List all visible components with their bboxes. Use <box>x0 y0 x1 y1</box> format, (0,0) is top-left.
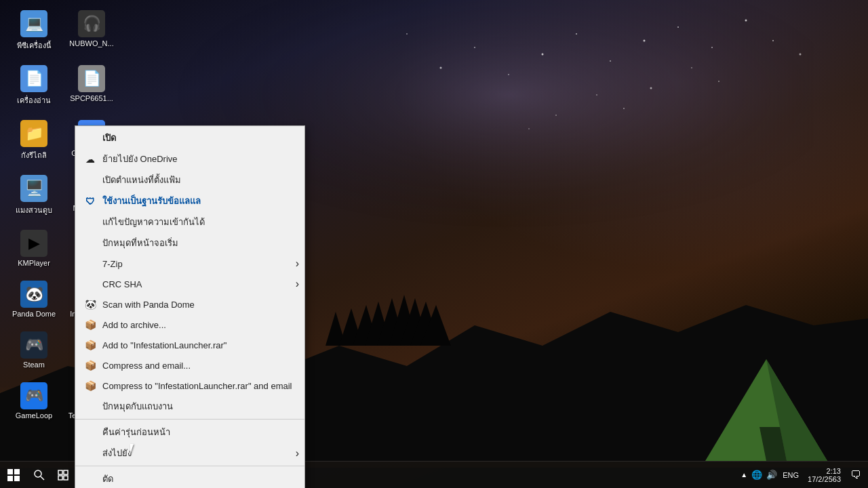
ctx-icon-placeholder-troubleshoot <box>83 216 97 229</box>
tray-chevron[interactable]: ▲ <box>741 471 747 479</box>
svg-rect-37 <box>64 470 68 474</box>
ctx-item-restore-prev[interactable]: คืนค่ารุ่นก่อนหน้า <box>75 422 304 443</box>
desktop-icon-panda-dome[interactable]: 🐼Panda Dome <box>7 277 61 321</box>
taskbar-time: 2:13 <box>808 467 841 475</box>
svg-point-11 <box>406 33 408 35</box>
ctx-label-compress-email: Compress and email... <box>102 361 191 371</box>
ctx-item-7zip[interactable]: 7-Zip <box>75 253 304 274</box>
desktop-icon-spcp[interactable]: 📄SPCP6651... <box>64 62 119 110</box>
icon-label-steam: Steam <box>23 361 45 369</box>
svg-point-12 <box>596 94 597 96</box>
desktop-icon-monitor[interactable]: 🖥️แมงสวนดูบ <box>7 171 61 220</box>
svg-point-1 <box>542 54 544 56</box>
svg-point-13 <box>623 108 625 109</box>
icon-image-documents: 📁 <box>20 120 47 147</box>
ctx-item-troubleshoot[interactable]: แก้ไขปัญหาความเข้ากันได้ <box>75 211 304 232</box>
svg-point-9 <box>474 47 475 48</box>
desktop-icon-shortcut[interactable]: 📄เครื่องอ่าน <box>7 62 61 110</box>
svg-point-19 <box>772 40 774 41</box>
task-view-button[interactable] <box>51 462 75 489</box>
context-menu[interactable]: เปิด☁ย้ายไปยัง OneDriveเปิดตำแหน่งที่ตั้… <box>75 125 305 488</box>
svg-rect-39 <box>64 476 68 480</box>
ctx-icon-compress-rar-email: 📦 <box>83 379 97 392</box>
windows-icon <box>7 469 20 481</box>
desktop-icon-nubwo[interactable]: 🎧NUBWO_N... <box>64 7 119 55</box>
ctx-separator-after-send-to <box>75 466 304 466</box>
ctx-label-open: เปิด <box>102 131 116 145</box>
svg-point-6 <box>711 47 713 48</box>
ctx-separator-after-pin-taskbar2 <box>75 419 304 420</box>
ctx-item-compress-rar-email[interactable]: 📦Compress to "InfestationLauncher.rar" a… <box>75 375 304 396</box>
svg-point-17 <box>555 115 557 116</box>
ctx-item-panda-scan[interactable]: 🐼Scan with Panda Dome <box>75 294 304 314</box>
icon-label-shortcut: เครื่องอ่าน <box>17 94 51 106</box>
volume-icon[interactable]: 🔊 <box>766 470 777 480</box>
ctx-icon-placeholder-pin-taskbar2 <box>83 400 97 413</box>
notifications-icon[interactable]: 🗨 <box>850 469 861 481</box>
ctx-item-open[interactable]: เปิด <box>75 127 304 148</box>
desktop-icon-documents[interactable]: 📁กังรีไถลิ <box>7 117 61 165</box>
search-button[interactable] <box>27 462 51 489</box>
ctx-label-crcsha: CRC SHA <box>102 279 142 289</box>
ctx-icon-panda-scan: 🐼 <box>83 298 97 311</box>
svg-point-8 <box>508 74 509 75</box>
svg-point-4 <box>644 40 646 42</box>
desktop-icon-kmplayer[interactable]: ▶KMPlayer <box>7 226 61 270</box>
ctx-label-troubleshoot: แก้ไขปัญหาความเข้ากันได้ <box>102 215 205 229</box>
svg-point-5 <box>677 26 679 28</box>
ctx-icon-placeholder-open <box>83 131 97 145</box>
svg-point-10 <box>440 67 442 69</box>
tent-svg <box>705 359 827 461</box>
network-icon[interactable]: 🌐 <box>751 470 762 480</box>
icon-label-my-computer: พีซีเครื่องนี้ <box>17 39 52 52</box>
taskbar-clock[interactable]: 2:13 17/2/2563 <box>804 467 844 483</box>
icon-image-gameloop: 🎮 <box>20 382 47 409</box>
ctx-icon-placeholder-7zip <box>83 257 97 270</box>
icon-image-panda-dome: 🐼 <box>20 281 47 308</box>
ctx-item-send-to[interactable]: ส่งไปยัง <box>75 443 304 464</box>
ctx-item-cut[interactable]: ตัด <box>75 468 304 488</box>
desktop-icon-my-computer[interactable]: 💻พีซีเครื่องนี้ <box>7 7 61 55</box>
ctx-label-onedrive: ย้ายไปยัง OneDrive <box>102 152 178 166</box>
ctx-icon-placeholder-open-location <box>83 174 97 187</box>
ctx-item-add-archive[interactable]: 📦Add to archive... <box>75 314 304 335</box>
ctx-icon-compress-email: 📦 <box>83 359 97 372</box>
icon-image-my-computer: 💻 <box>20 10 47 37</box>
icon-image-shortcut: 📄 <box>20 65 47 92</box>
task-view-icon <box>58 470 68 481</box>
ctx-label-pin-taskbar: ปักหมุดที่หน้าจอเริ่ม <box>102 236 178 250</box>
ctx-item-pin-taskbar[interactable]: ปักหมุดที่หน้าจอเริ่ม <box>75 232 304 253</box>
svg-point-34 <box>35 470 41 477</box>
language-indicator[interactable]: ENG <box>781 471 801 479</box>
icon-image-spcp: 📄 <box>78 65 105 92</box>
search-icon <box>34 470 45 481</box>
ctx-item-onedrive[interactable]: ☁ย้ายไปยัง OneDrive <box>75 148 304 169</box>
system-tray: ▲ 🌐 🔊 <box>741 470 777 480</box>
ctx-label-panda-scan: Scan with Panda Dome <box>102 300 195 310</box>
ctx-item-open-location[interactable]: เปิดตำแหน่งที่ตั้งแฟ้ม <box>75 169 304 190</box>
svg-point-18 <box>528 128 530 129</box>
ctx-label-7zip: 7-Zip <box>102 259 123 269</box>
svg-point-3 <box>610 60 611 62</box>
icon-image-steam: 🎮 <box>20 331 47 359</box>
ctx-item-crcsha[interactable]: CRC SHA <box>75 274 304 294</box>
ctx-icon-placeholder-restore-prev <box>83 426 97 439</box>
ctx-item-compress-email[interactable]: 📦Compress and email... <box>75 355 304 375</box>
ctx-label-security: ใช้งานเป็นฐานรับข้อแลแล <box>102 194 201 208</box>
ctx-item-pin-taskbar2[interactable]: ปักหมุดกับแถบงาน <box>75 396 304 417</box>
desktop-icon-gameloop[interactable]: 🎮GameLoop <box>7 379 61 423</box>
ctx-icon-placeholder-cut <box>83 472 97 486</box>
icon-image-monitor: 🖥️ <box>20 175 47 202</box>
ctx-icon-placeholder-send-to <box>83 447 97 460</box>
ctx-label-cut: ตัด <box>102 472 113 486</box>
desktop-icon-steam[interactable]: 🎮Steam <box>7 328 61 372</box>
ctx-item-security[interactable]: 🛡ใช้งานเป็นฐานรับข้อแลแล <box>75 190 304 211</box>
ctx-icon-security: 🛡 <box>83 195 97 208</box>
ctx-item-add-rar[interactable]: 📦Add to "InfestationLauncher.rar" <box>75 335 304 355</box>
svg-rect-38 <box>58 476 62 480</box>
ctx-icon-add-archive: 📦 <box>83 318 97 331</box>
ctx-label-add-rar: Add to "InfestationLauncher.rar" <box>102 340 226 350</box>
start-button[interactable] <box>0 462 27 489</box>
ctx-icon-add-rar: 📦 <box>83 338 97 352</box>
icon-label-gameloop: GameLoop <box>16 411 52 420</box>
